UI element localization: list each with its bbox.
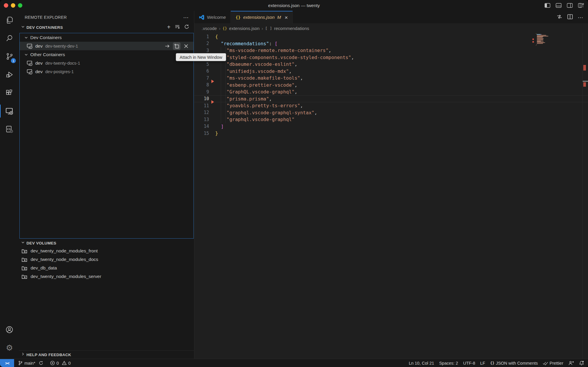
extensions-icon[interactable] xyxy=(0,84,19,102)
problems-status[interactable]: 0 0 xyxy=(48,359,73,367)
language-mode-label: JSON with Comments xyxy=(496,361,538,366)
minimize-window-button[interactable] xyxy=(11,3,15,8)
container-row-dev-twenty-docs-1[interactable]: dev dev-twenty-docs-1 xyxy=(20,59,193,67)
code-lines[interactable]: 1{2 "recommendations": [3 "ms-vscode-rem… xyxy=(194,33,588,137)
line-number: 14 xyxy=(194,124,215,129)
encoding-status[interactable]: UTF-8 xyxy=(461,361,477,366)
volume-row[interactable]: dev_db_data xyxy=(19,264,194,272)
line-number: 5 xyxy=(194,62,215,67)
search-icon[interactable] xyxy=(0,29,19,47)
remove-container-icon[interactable] xyxy=(182,42,190,50)
breadcrumb-folder[interactable]: .vscode xyxy=(202,26,217,31)
overview-ruler-mark xyxy=(583,81,588,82)
tooltip-attach-in-new-window: Attach in New Window xyxy=(176,53,226,61)
container-name: dev xyxy=(35,43,43,49)
minimap[interactable] xyxy=(532,33,582,98)
code-line-6[interactable]: 6 "unifiedjs.vscode-mdx", xyxy=(194,68,588,75)
toggle-panel-icon[interactable] xyxy=(556,3,562,8)
git-branch-status[interactable]: main* xyxy=(16,359,46,367)
line-number: 13 xyxy=(194,117,215,122)
braces-icon: {} xyxy=(490,361,494,365)
volume-icon xyxy=(21,257,27,262)
container-row-dev-twenty-dev-1[interactable]: dev dev-twenty-dev-1 xyxy=(20,42,193,50)
chevron-down-icon xyxy=(24,52,29,57)
eol-status[interactable]: LF xyxy=(478,361,487,366)
tree-group-other-containers[interactable]: Other Containers xyxy=(20,50,193,59)
explorer-icon[interactable] xyxy=(0,11,19,29)
chevron-down-icon xyxy=(24,35,29,40)
language-mode-status[interactable]: {} JSON with Comments xyxy=(488,361,540,366)
code-line-13[interactable]: 13 "graphql.vscode-graphql" xyxy=(194,116,588,123)
code-line-4[interactable]: 4 "styled-components.vscode-styled-compo… xyxy=(194,54,588,61)
more-actions-icon[interactable]: ⋯ xyxy=(578,14,583,21)
clean-containers-icon[interactable] xyxy=(175,24,180,31)
json-file-icon: {} xyxy=(235,15,240,20)
accounts-icon[interactable] xyxy=(0,321,19,339)
settings-gear-icon[interactable]: ⚙ xyxy=(0,339,19,357)
code-line-9[interactable]: 9 "GraphQL.vscode-graphql", xyxy=(194,88,588,95)
code-editor[interactable]: 1{2 "recommendations": [3 "ms-vscode-rem… xyxy=(194,33,588,359)
attach-in-new-window-icon[interactable] xyxy=(173,42,181,50)
new-container-icon[interactable]: + xyxy=(167,24,171,30)
code-line-8[interactable]: 8 "esbenp.prettier-vscode", xyxy=(194,82,588,89)
line-number: 2 xyxy=(194,41,215,46)
code-line-3[interactable]: 3 "ms-vscode-remote.remote-containers", xyxy=(194,47,588,54)
notifications-bell-icon[interactable] xyxy=(577,361,586,366)
volume-name: dev_db_data xyxy=(31,265,57,271)
attach-to-container-icon[interactable] xyxy=(163,42,171,50)
zoom-window-button[interactable] xyxy=(18,3,22,8)
breadcrumb-separator: › xyxy=(219,26,220,31)
tab-welcome[interactable]: Welcome xyxy=(194,11,231,24)
dev-volumes-section-header[interactable]: DEV VOLUMES xyxy=(19,239,194,247)
code-line-15[interactable]: 15} xyxy=(194,130,588,137)
volume-row[interactable]: dev_twenty_node_modules_front xyxy=(19,247,194,255)
source-control-icon[interactable]: 1 xyxy=(0,47,19,66)
workbench: 1 ⚙ xyxy=(0,11,588,359)
code-line-10[interactable]: 10 "prisma.prisma", xyxy=(194,95,588,103)
sidebar-more-actions-icon[interactable]: ⋯ xyxy=(183,15,189,20)
sync-icon xyxy=(39,361,44,366)
refresh-icon[interactable] xyxy=(184,24,189,31)
remote-indicator[interactable]: >< xyxy=(0,359,14,367)
breadcrumb-symbol[interactable]: recommendations xyxy=(274,26,309,31)
tree-group-dev-containers[interactable]: Dev Containers xyxy=(20,33,193,42)
overview-ruler-scrollbar[interactable] xyxy=(582,33,588,359)
run-debug-icon[interactable] xyxy=(0,66,19,84)
line-number: 3 xyxy=(194,48,215,53)
dev-containers-icon[interactable] xyxy=(0,120,19,138)
code-line-11[interactable]: 11 "yoavbls.pretty-ts-errors", xyxy=(194,102,588,109)
container-row-dev-postgres-1[interactable]: dev dev-postgres-1 xyxy=(20,67,193,76)
code-line-2[interactable]: 2 "recommendations": [ xyxy=(194,40,588,47)
volume-row[interactable]: dev_twenty_node_modules_server xyxy=(19,272,194,281)
feedback-icon[interactable] xyxy=(566,361,576,366)
open-changes-icon[interactable] xyxy=(557,14,562,21)
dev-containers-section-header[interactable]: DEV CONTAINERS + xyxy=(19,24,194,31)
help-feedback-section-header[interactable]: HELP AND FEEDBACK xyxy=(19,350,194,359)
customize-layout-icon[interactable] xyxy=(578,3,584,8)
toggle-secondary-sidebar-icon[interactable] xyxy=(567,3,573,8)
breadcrumb-file[interactable]: extensions.json xyxy=(229,26,259,31)
activity-bar: 1 ⚙ xyxy=(0,11,19,359)
editor-actions: ⋯ xyxy=(557,11,583,24)
remote-explorer-icon[interactable] xyxy=(0,102,19,120)
tab-modified-badge: M xyxy=(277,15,281,20)
code-line-5[interactable]: 5 "dbaeumer.vscode-eslint", xyxy=(194,61,588,68)
overview-ruler-mark xyxy=(583,65,586,71)
formatter-status[interactable]: Prettier xyxy=(541,361,565,366)
tab-extensions-json[interactable]: {} extensions.json M × xyxy=(231,11,293,24)
json-file-icon: {} xyxy=(223,26,227,31)
code-line-7[interactable]: 7 "ms-vscode.makefile-tools", xyxy=(194,75,588,82)
code-line-12[interactable]: 12 "graphql.vscode-graphql-syntax", xyxy=(194,109,588,116)
toggle-primary-sidebar-icon[interactable] xyxy=(544,3,550,8)
close-window-button[interactable] xyxy=(4,3,8,8)
container-name: dev xyxy=(35,69,43,74)
cursor-position-status[interactable]: Ln 10, Col 21 xyxy=(407,361,436,366)
volume-row[interactable]: dev_twenty_node_modules_docs xyxy=(19,255,194,264)
split-editor-icon[interactable] xyxy=(567,14,573,21)
code-line-14[interactable]: 14 ] xyxy=(194,123,588,130)
warnings-count: 0 xyxy=(68,361,71,366)
chevron-down-icon xyxy=(21,24,25,30)
tab-close-icon[interactable]: × xyxy=(285,15,288,20)
code-line-1[interactable]: 1{ xyxy=(194,33,588,40)
indentation-status[interactable]: Spaces: 2 xyxy=(437,361,460,366)
